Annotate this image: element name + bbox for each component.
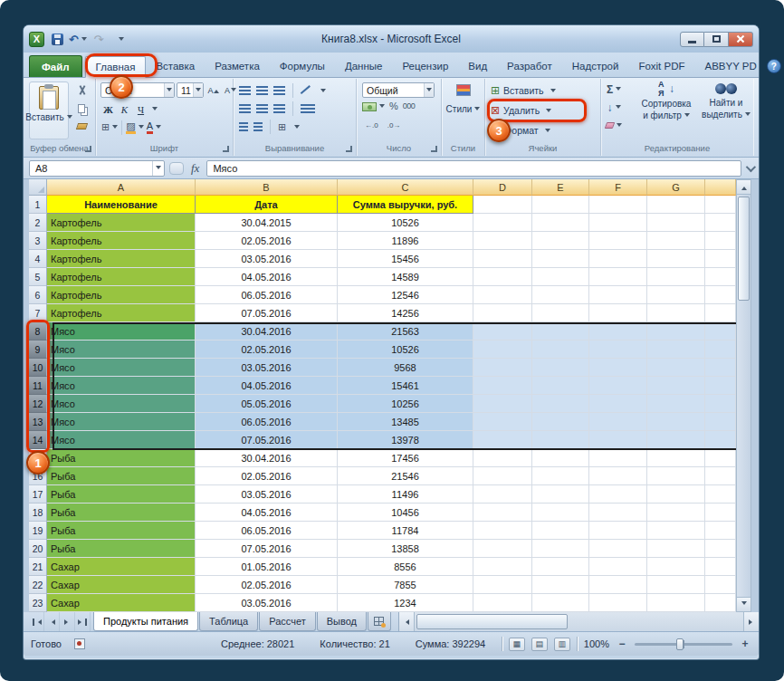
cell-fill-4[interactable] — [705, 250, 736, 268]
cell-G16[interactable] — [647, 467, 705, 485]
cell-fill-19[interactable] — [705, 522, 736, 540]
cell-B17[interactable]: 03.05.2016 — [196, 485, 338, 504]
cell-fill-3[interactable] — [705, 232, 736, 250]
align-left-icon[interactable] — [239, 104, 251, 113]
horizontal-scrollbar[interactable] — [398, 612, 759, 631]
cell-G10[interactable] — [647, 359, 705, 377]
row-header-12[interactable]: 12 — [29, 395, 47, 413]
cell-G8[interactable] — [647, 322, 705, 340]
row-header-1[interactable]: 1 — [29, 196, 47, 214]
delete-cells-button[interactable]: ⊠ Удалить — [491, 102, 551, 119]
cell-B12[interactable]: 05.05.2016 — [196, 395, 338, 413]
cell-D2[interactable] — [473, 214, 532, 232]
cell-G3[interactable] — [647, 232, 705, 250]
cell-F2[interactable] — [589, 214, 647, 232]
copy-button[interactable] — [72, 101, 91, 116]
cell-C4[interactable]: 15456 — [338, 250, 473, 268]
cell-fill-13[interactable] — [705, 413, 736, 431]
cell-B7[interactable]: 07.05.2016 — [196, 304, 338, 322]
ribbon-tab-7[interactable]: Вид — [458, 55, 497, 77]
font-size-select[interactable]: 11 — [177, 82, 204, 98]
styles-button[interactable]: Стили — [446, 104, 473, 114]
cell-D4[interactable] — [473, 250, 532, 268]
column-header-F[interactable]: F — [589, 179, 647, 196]
cell-D21[interactable] — [473, 558, 532, 576]
bold-button[interactable]: Ж — [100, 101, 116, 117]
column-header-B[interactable]: B — [196, 179, 338, 196]
cell-E1[interactable] — [532, 196, 589, 214]
view-page-break-button[interactable]: ▥ — [554, 638, 570, 651]
cell-C5[interactable]: 14589 — [338, 268, 473, 286]
cell-fill-10[interactable] — [705, 359, 736, 377]
close-button[interactable] — [729, 32, 753, 47]
cell-F8[interactable] — [589, 322, 647, 340]
cell-A19[interactable]: Рыба — [47, 522, 196, 540]
cell-D15[interactable] — [473, 449, 532, 467]
ribbon-tab-11[interactable]: ABBYY PD — [695, 55, 767, 77]
cell-C18[interactable]: 10456 — [338, 504, 473, 522]
row-header-7[interactable]: 7 — [29, 304, 47, 322]
row-header-22[interactable]: 22 — [29, 576, 47, 594]
view-page-layout-button[interactable]: ▤ — [531, 638, 548, 651]
cell-A2[interactable]: Картофель — [47, 214, 196, 232]
cell-D16[interactable] — [473, 467, 532, 485]
cell-D1[interactable] — [473, 196, 532, 214]
cell-fill-18[interactable] — [705, 504, 736, 522]
ribbon-tab-3[interactable]: Разметка — [205, 55, 270, 77]
find-select-button[interactable]: Найти и выделить — [701, 82, 751, 120]
row-header-21[interactable]: 21 — [29, 558, 47, 576]
sheet-tab-0[interactable]: Продукты питания — [93, 612, 198, 631]
excel-app-icon[interactable]: X — [29, 32, 44, 47]
cell-C12[interactable]: 10256 — [338, 395, 473, 413]
cell-A14[interactable]: Мясо — [47, 431, 196, 449]
number-dialog-launcher-icon[interactable] — [431, 146, 437, 152]
cell-F5[interactable] — [589, 268, 647, 286]
cell-D8[interactable] — [473, 322, 532, 340]
cell-fill-2[interactable] — [705, 214, 736, 232]
cell-B18[interactable]: 04.05.2016 — [196, 504, 338, 522]
row-header-6[interactable]: 6 — [29, 286, 47, 304]
cell-A17[interactable]: Рыба — [47, 485, 196, 504]
cell-fill-7[interactable] — [705, 304, 736, 322]
cell-G17[interactable] — [647, 485, 705, 504]
column-header-D[interactable]: D — [473, 179, 532, 196]
cell-fill-23[interactable] — [705, 594, 736, 612]
cell-G13[interactable] — [647, 413, 705, 431]
cell-G7[interactable] — [647, 304, 705, 322]
cell-D10[interactable] — [473, 359, 532, 377]
align-middle-icon[interactable] — [256, 86, 268, 95]
cell-B9[interactable]: 02.05.2016 — [196, 340, 338, 359]
cell-A22[interactable]: Сахар — [47, 576, 196, 594]
cell-D11[interactable] — [473, 377, 532, 395]
align-center-icon[interactable] — [256, 104, 268, 113]
cell-F13[interactable] — [589, 413, 647, 431]
cell-E6[interactable] — [532, 286, 589, 304]
macro-record-icon[interactable] — [74, 638, 85, 649]
orientation-icon[interactable] — [301, 85, 312, 96]
paste-button[interactable]: Вставить — [29, 82, 69, 139]
cell-B15[interactable]: 30.04.2016 — [196, 449, 338, 467]
row-header-3[interactable]: 3 — [29, 232, 47, 250]
cell-G1[interactable] — [647, 196, 705, 214]
cell-F3[interactable] — [589, 232, 647, 250]
decrease-decimal-icon[interactable]: .0→ — [385, 120, 404, 131]
cell-fill-17[interactable] — [705, 485, 736, 504]
cell-B19[interactable]: 06.05.2016 — [196, 522, 338, 540]
cell-A11[interactable]: Мясо — [47, 377, 196, 395]
cell-F1[interactable] — [589, 196, 647, 214]
fill-color-button[interactable]: ▨ — [125, 120, 144, 135]
ribbon-tab-1[interactable]: Главная — [85, 56, 147, 78]
cell-D17[interactable] — [473, 485, 532, 504]
cell-D9[interactable] — [473, 340, 532, 359]
clipboard-dialog-launcher-icon[interactable] — [85, 146, 91, 152]
formula-input[interactable]: Мясо — [206, 160, 741, 177]
row-header-23[interactable]: 23 — [29, 594, 47, 612]
cell-A16[interactable]: Рыба — [47, 467, 196, 485]
sheet-tab-2[interactable]: Рассчет — [259, 612, 316, 631]
cell-C6[interactable]: 12546 — [338, 286, 473, 304]
comma-style-button[interactable]: 000 — [403, 102, 416, 110]
cell-E3[interactable] — [532, 232, 589, 250]
cell-F4[interactable] — [589, 250, 647, 268]
cell-D20[interactable] — [473, 540, 532, 558]
restore-button[interactable] — [704, 32, 729, 47]
